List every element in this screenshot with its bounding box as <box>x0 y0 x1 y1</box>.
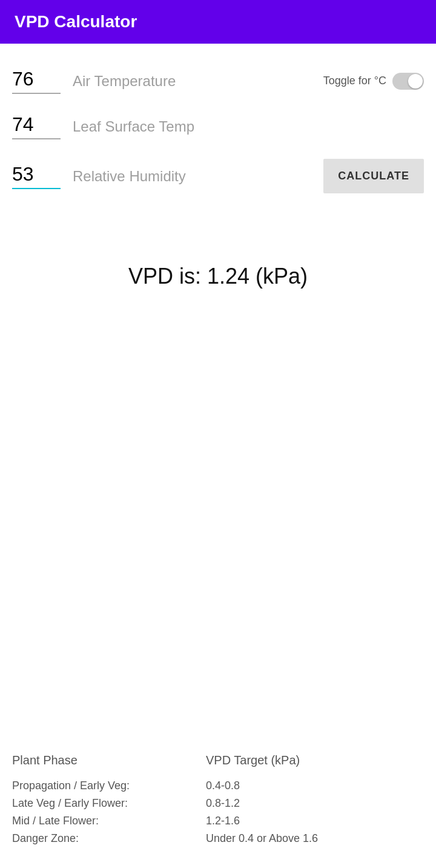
table-row: Late Veg / Early Flower: 0.8-1.2 <box>12 795 424 812</box>
phase-4: Danger Zone: <box>12 832 206 845</box>
col2-header: VPD Target (kPa) <box>206 753 424 767</box>
target-1: 0.4-0.8 <box>206 780 424 792</box>
celsius-toggle[interactable] <box>392 73 424 90</box>
phase-2: Late Veg / Early Flower: <box>12 797 206 810</box>
app-title: VPD Calculator <box>15 12 137 31</box>
col1-header: Plant Phase <box>12 753 206 767</box>
table-row: Danger Zone: Under 0.4 or Above 1.6 <box>12 830 424 847</box>
result-section: VPD is: 1.24 (kPa) <box>12 227 424 326</box>
humidity-row: Relative Humidity CALCULATE <box>12 149 424 203</box>
humidity-label: Relative Humidity <box>73 168 323 185</box>
target-4: Under 0.4 or Above 1.6 <box>206 832 424 845</box>
vpd-result: VPD is: 1.24 (kPa) <box>128 264 308 289</box>
air-temp-label: Air Temperature <box>73 73 323 90</box>
air-temp-input[interactable] <box>12 68 61 94</box>
phase-3: Mid / Late Flower: <box>12 815 206 827</box>
toggle-label: Toggle for °C <box>323 75 386 87</box>
app-header: VPD Calculator <box>0 0 436 44</box>
reference-table: Plant Phase VPD Target (kPa) Propagation… <box>12 736 424 860</box>
air-temp-row: Air Temperature Toggle for °C <box>12 58 424 104</box>
table-row: Mid / Late Flower: 1.2-1.6 <box>12 812 424 830</box>
table-header: Plant Phase VPD Target (kPa) <box>12 749 424 772</box>
target-2: 0.8-1.2 <box>206 797 424 810</box>
calculate-button[interactable]: CALCULATE <box>323 159 424 193</box>
leaf-temp-label: Leaf Surface Temp <box>73 118 424 135</box>
table-row: Propagation / Early Veg: 0.4-0.8 <box>12 777 424 795</box>
toggle-section: Toggle for °C <box>323 73 424 90</box>
phase-1: Propagation / Early Veg: <box>12 780 206 792</box>
humidity-input[interactable] <box>12 163 61 189</box>
main-content: Air Temperature Toggle for °C Leaf Surfa… <box>0 44 436 868</box>
leaf-temp-row: Leaf Surface Temp <box>12 104 424 149</box>
target-3: 1.2-1.6 <box>206 815 424 827</box>
leaf-temp-input[interactable] <box>12 113 61 139</box>
